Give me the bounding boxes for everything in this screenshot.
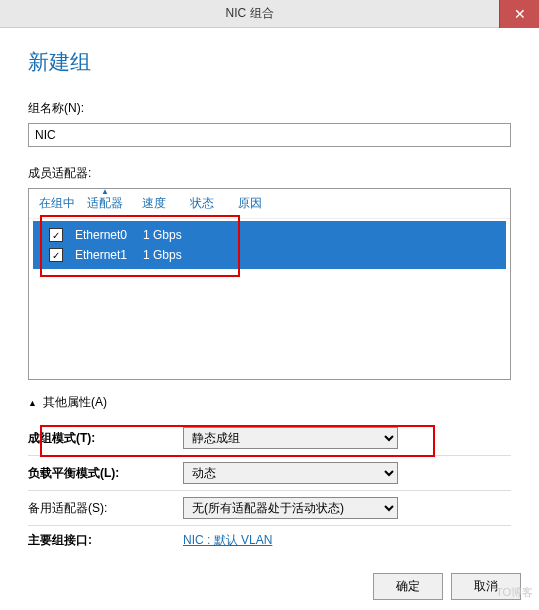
selected-rows: ✓ Ethernet0 1 Gbps ✓ Ethernet1 1 Gbps <box>33 221 506 269</box>
table-row[interactable]: ✓ Ethernet0 1 Gbps <box>33 225 506 245</box>
col-ingroup[interactable]: 在组中 <box>39 195 87 212</box>
prop-primary-row: 主要组接口: NIC : 默认 VLAN <box>28 526 511 555</box>
standby-adapter-select[interactable]: 无(所有适配器处于活动状态) <box>183 497 398 519</box>
teamname-label: 组名称(N): <box>28 100 511 117</box>
prop-balance-label: 负载平衡模式(L): <box>28 465 183 482</box>
prop-standby-row: 备用适配器(S): 无(所有适配器处于活动状态) <box>28 491 511 526</box>
titlebar: NIC 组合 ✕ <box>0 0 539 28</box>
col-speed[interactable]: 速度 <box>142 195 190 212</box>
teaming-mode-select[interactable]: 静态成组 <box>183 427 398 449</box>
col-adapter[interactable]: ▲ 适配器 <box>87 195 142 212</box>
col-adapter-label: 适配器 <box>87 196 123 210</box>
collapse-label: 其他属性(A) <box>43 394 107 411</box>
primary-interface-link[interactable]: NIC : 默认 VLAN <box>183 533 272 547</box>
button-bar: 确定 取消 <box>373 573 521 600</box>
prop-mode-label: 成组模式(T): <box>28 430 183 447</box>
row-name: Ethernet0 <box>75 228 143 242</box>
properties-section: 成组模式(T): 静态成组 负载平衡模式(L): 动态 备用适配器(S): 无(… <box>28 421 511 555</box>
check-icon: ✓ <box>52 250 60 261</box>
chevron-up-icon: ▲ <box>28 398 37 408</box>
ok-button[interactable]: 确定 <box>373 573 443 600</box>
prop-standby-label: 备用适配器(S): <box>28 500 183 517</box>
adapters-label: 成员适配器: <box>28 165 511 182</box>
table-header: 在组中 ▲ 适配器 速度 状态 原因 <box>29 189 510 219</box>
prop-primary-label: 主要组接口: <box>28 532 183 549</box>
teamname-input[interactable] <box>28 123 511 147</box>
row-checkbox[interactable]: ✓ <box>49 248 63 262</box>
page-title: 新建组 <box>28 48 511 76</box>
window-title: NIC 组合 <box>0 5 499 22</box>
prop-balance-row: 负载平衡模式(L): 动态 <box>28 456 511 491</box>
col-reason[interactable]: 原因 <box>238 195 286 212</box>
close-icon: ✕ <box>514 6 526 22</box>
row-name: Ethernet1 <box>75 248 143 262</box>
table-row[interactable]: ✓ Ethernet1 1 Gbps <box>33 245 506 265</box>
check-icon: ✓ <box>52 230 60 241</box>
prop-mode-row: 成组模式(T): 静态成组 <box>28 421 511 456</box>
load-balance-select[interactable]: 动态 <box>183 462 398 484</box>
row-speed: 1 Gbps <box>143 248 203 262</box>
collapse-toggle[interactable]: ▲ 其他属性(A) <box>28 394 511 411</box>
content-area: 新建组 组名称(N): 成员适配器: 在组中 ▲ 适配器 速度 状态 原因 ✓ … <box>0 28 539 555</box>
row-checkbox[interactable]: ✓ <box>49 228 63 242</box>
col-state[interactable]: 状态 <box>190 195 238 212</box>
close-button[interactable]: ✕ <box>499 0 539 28</box>
sort-up-icon: ▲ <box>101 187 109 196</box>
adapters-table: 在组中 ▲ 适配器 速度 状态 原因 ✓ Ethernet0 1 Gbps ✓ … <box>28 188 511 380</box>
cancel-button[interactable]: 取消 <box>451 573 521 600</box>
row-speed: 1 Gbps <box>143 228 203 242</box>
